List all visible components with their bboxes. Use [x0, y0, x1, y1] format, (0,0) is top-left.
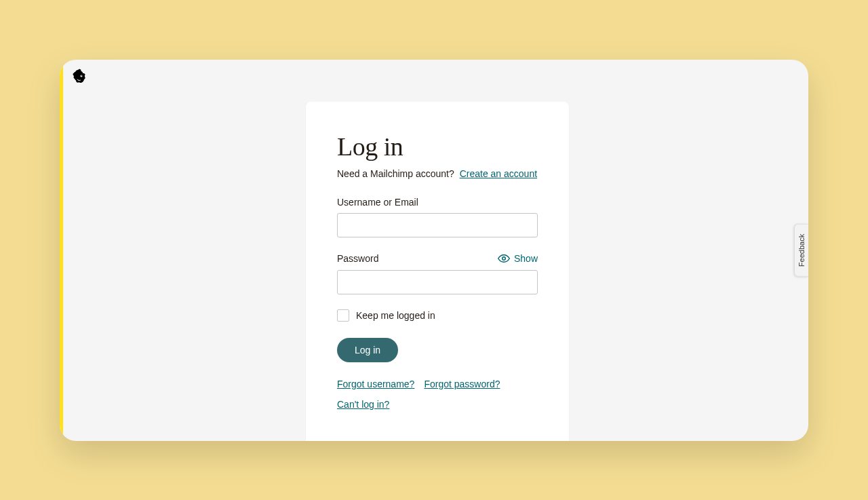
username-input[interactable] — [337, 213, 538, 237]
username-label: Username or Email — [337, 197, 418, 208]
keep-logged-in-label: Keep me logged in — [356, 310, 435, 321]
password-input[interactable] — [337, 270, 538, 294]
password-field: Password Show — [337, 252, 538, 294]
cant-login-link[interactable]: Can't log in? — [337, 399, 389, 410]
username-field: Username or Email — [337, 197, 538, 237]
subtitle-text: Need a Mailchimp account? — [337, 168, 454, 179]
keep-logged-in-checkbox[interactable] — [337, 309, 349, 322]
feedback-label: Feedback — [797, 233, 806, 266]
accent-stripe — [60, 60, 63, 441]
show-password-toggle[interactable]: Show — [498, 252, 538, 265]
forgot-username-link[interactable]: Forgot username? — [337, 379, 414, 389]
login-window: Log in Need a Mailchimp account? Create … — [60, 60, 808, 441]
svg-point-2 — [502, 256, 506, 260]
password-label: Password — [337, 253, 378, 264]
login-button[interactable]: Log in — [337, 338, 398, 362]
page-title: Log in — [337, 132, 538, 161]
mailchimp-logo-icon — [72, 68, 88, 85]
feedback-tab[interactable]: Feedback — [794, 223, 808, 276]
login-card: Log in Need a Mailchimp account? Create … — [306, 102, 569, 441]
eye-icon — [498, 252, 510, 265]
subtitle: Need a Mailchimp account? Create an acco… — [337, 168, 538, 179]
help-links: Can't log in? — [337, 399, 538, 410]
keep-logged-in-row: Keep me logged in — [337, 309, 538, 322]
forgot-password-link[interactable]: Forgot password? — [424, 379, 500, 389]
create-account-link[interactable]: Create an account — [460, 168, 537, 179]
show-label: Show — [514, 253, 538, 264]
recovery-links: Forgot username? Forgot password? — [337, 379, 538, 389]
svg-point-1 — [81, 75, 82, 76]
